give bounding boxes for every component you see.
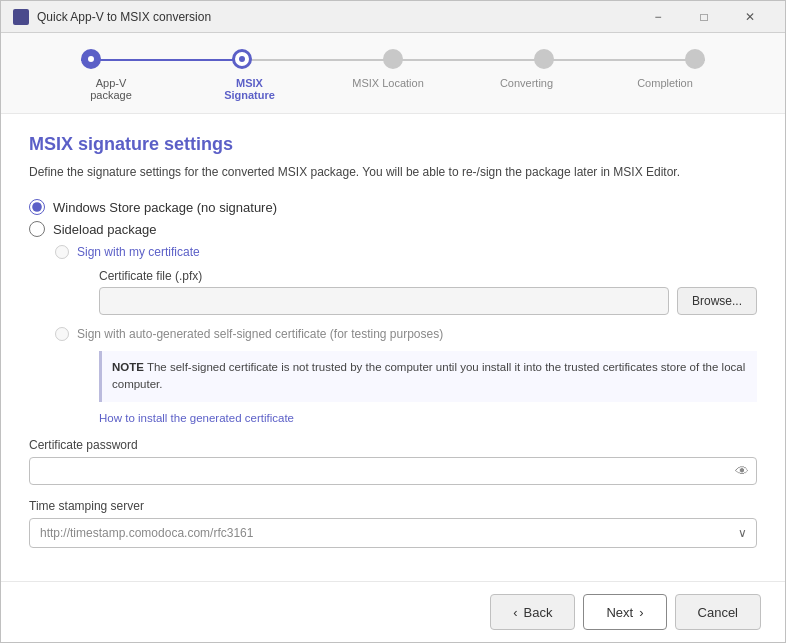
- radio-windows-store-input[interactable]: [29, 199, 45, 215]
- step-label-2: MSIX Location: [348, 77, 428, 101]
- step-label-3: Converting: [487, 77, 567, 101]
- radio-sideload-label: Sideload package: [53, 222, 156, 237]
- section-title: MSIX signature settings: [29, 134, 757, 155]
- cancel-button[interactable]: Cancel: [675, 594, 761, 630]
- step-circle-3: [534, 49, 554, 69]
- stepper-area: App-Vpackage MSIXSignature MSIX Location…: [1, 33, 785, 114]
- next-chevron-icon: ›: [639, 605, 643, 620]
- radio-sideload-input[interactable]: [29, 221, 45, 237]
- back-chevron-icon: ‹: [513, 605, 517, 620]
- step-label-4: Completion: [625, 77, 705, 101]
- cert-file-group: Certificate file (.pfx) Browse...: [99, 269, 757, 315]
- radio-sideload[interactable]: Sideload package: [29, 221, 757, 237]
- radio-group-main: Windows Store package (no signature) Sid…: [29, 199, 757, 237]
- sub-options: Sign with my certificate Certificate fil…: [55, 245, 757, 424]
- main-window: Quick App-V to MSIX conversion − □ ✕ App…: [0, 0, 786, 643]
- cert-password-label: Certificate password: [29, 438, 757, 452]
- footer: ‹ Back Next › Cancel: [1, 581, 785, 642]
- note-box: NOTE The self-signed certificate is not …: [99, 351, 757, 402]
- cert-file-row: Browse...: [99, 287, 757, 315]
- minimize-button[interactable]: −: [635, 1, 681, 33]
- timestamp-dropdown-wrapper: http://timestamp.comodoca.com/rfc3161 ht…: [29, 518, 757, 548]
- window-title: Quick App-V to MSIX conversion: [37, 10, 635, 24]
- radio-windows-store-label: Windows Store package (no signature): [53, 200, 277, 215]
- sub-radio-my-cert[interactable]: Sign with my certificate: [55, 245, 757, 259]
- stepper-labels: App-Vpackage MSIXSignature MSIX Location…: [81, 77, 705, 101]
- sub-radio-self-signed[interactable]: Sign with auto-generated self-signed cer…: [55, 327, 757, 341]
- sub-radio-my-cert-input[interactable]: [55, 245, 69, 259]
- timestamp-label: Time stamping server: [29, 499, 757, 513]
- eye-icon[interactable]: 👁: [735, 463, 749, 479]
- cert-password-field: Certificate password 👁: [29, 438, 757, 485]
- next-button-label: Next: [606, 605, 633, 620]
- timestamp-dropdown[interactable]: http://timestamp.comodoca.com/rfc3161 ht…: [29, 518, 757, 548]
- back-button[interactable]: ‹ Back: [490, 594, 575, 630]
- title-bar: Quick App-V to MSIX conversion − □ ✕: [1, 1, 785, 33]
- step-label-1: MSIXSignature: [210, 77, 290, 101]
- timestamp-field: Time stamping server http://timestamp.co…: [29, 499, 757, 548]
- step-circle-2: [383, 49, 403, 69]
- sub-radio-self-signed-input[interactable]: [55, 327, 69, 341]
- window-controls: − □ ✕: [635, 1, 773, 33]
- note-link[interactable]: How to install the generated certificate: [99, 412, 757, 424]
- step-circle-0: [81, 49, 101, 69]
- note-text: NOTE The self-signed certificate is not …: [112, 361, 745, 390]
- sub-radio-self-signed-label: Sign with auto-generated self-signed cer…: [77, 327, 443, 341]
- close-button[interactable]: ✕: [727, 1, 773, 33]
- cert-file-input[interactable]: [99, 287, 669, 315]
- app-icon: [13, 9, 29, 25]
- step-label-0: App-Vpackage: [71, 77, 151, 101]
- step-circle-1: [232, 49, 252, 69]
- back-button-label: Back: [524, 605, 553, 620]
- next-button[interactable]: Next ›: [583, 594, 666, 630]
- sub-radio-my-cert-label: Sign with my certificate: [77, 245, 200, 259]
- stepper-track: [81, 49, 705, 69]
- cert-password-row: 👁: [29, 457, 757, 485]
- browse-button[interactable]: Browse...: [677, 287, 757, 315]
- maximize-button[interactable]: □: [681, 1, 727, 33]
- cert-password-input[interactable]: [29, 457, 757, 485]
- step-circle-4: [685, 49, 705, 69]
- content-area: MSIX signature settings Define the signa…: [1, 114, 785, 581]
- step-line-filled: [81, 59, 243, 61]
- section-description: Define the signature settings for the co…: [29, 163, 757, 181]
- cert-file-label: Certificate file (.pfx): [99, 269, 757, 283]
- radio-windows-store[interactable]: Windows Store package (no signature): [29, 199, 757, 215]
